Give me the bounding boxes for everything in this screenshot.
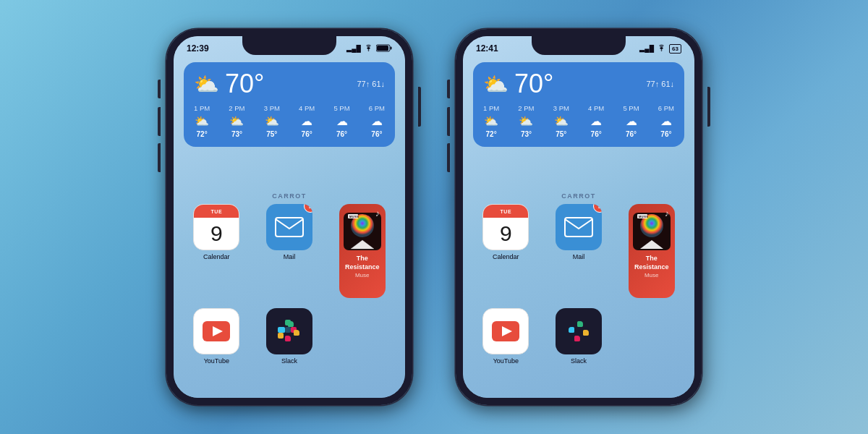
music-artist-right: Muse — [634, 272, 669, 278]
weather-hour-4pm-left: 4 PM ☁ 76° — [299, 104, 315, 138]
calendar-app-right[interactable]: TUE 9 Calendar — [473, 204, 539, 298]
svg-rect-28 — [285, 339, 291, 341]
battery-icon-left — [376, 44, 392, 54]
svg-text:MUSE: MUSE — [349, 215, 359, 218]
weather-sun-icon-right: ⛅ — [483, 72, 509, 96]
svg-rect-42 — [577, 324, 583, 327]
weather-hourly-left: 1 PM ⛅ 72° 2 PM ⛅ 73° 3 PM ⛅ 75° — [194, 104, 385, 138]
phone-right: 12:41 ▂▄█ 63 ⛅ 70° 77↑ 61↓ — [456, 29, 702, 405]
hour-icon: ⛅ — [229, 114, 244, 128]
hour-label: 4 PM — [299, 104, 315, 112]
hour-temp: 75° — [266, 130, 277, 138]
calendar-icon-left: TUE 9 — [193, 204, 239, 250]
slack-app-right[interactable]: Slack — [546, 308, 612, 365]
mail-app-left[interactable]: 9 Mail — [257, 204, 323, 298]
svg-rect-1 — [391, 46, 392, 49]
signal-icon-right: ▂▄█ — [639, 45, 654, 52]
hour-label: 3 PM — [553, 104, 569, 112]
weather-hour-1pm-right: 1 PM ⛅ 72° — [483, 104, 499, 138]
hour-label: 2 PM — [518, 104, 534, 112]
mail-app-right[interactable]: 9 Mail — [546, 204, 612, 298]
hour-icon: ⛅ — [484, 114, 498, 128]
youtube-label-left: YouTube — [204, 357, 229, 365]
calendar-label-right: Calendar — [493, 253, 519, 260]
mail-label-left: Mail — [284, 253, 296, 260]
hour-icon: ☁ — [626, 114, 637, 128]
status-icons-right: ▂▄█ 63 — [639, 44, 681, 54]
mail-envelope-icon-left — [275, 217, 304, 237]
mail-badge-left: 9 — [304, 204, 312, 213]
signal-icon-left: ▂▄█ — [346, 45, 361, 52]
music-widget-app-right[interactable]: ♪ — [618, 204, 684, 298]
weather-top-left: ⛅ 70° 77↑ 61↓ — [194, 71, 385, 97]
weather-widget-right[interactable]: ⛅ 70° 77↑ 61↓ 1 PM ⛅ 72° 2 PM ⛅ 73° — [473, 62, 684, 147]
music-info-left: The Resistance Muse — [345, 255, 380, 278]
weather-hour-3pm-right: 3 PM ⛅ 75° — [553, 104, 569, 138]
youtube-label-right: YouTube — [493, 357, 519, 365]
slack-label-right: Slack — [571, 357, 587, 365]
mail-icon-right: 9 — [556, 204, 602, 250]
hour-temp: 76° — [336, 130, 347, 138]
mute-button-left — [158, 80, 161, 98]
hour-label: 6 PM — [658, 104, 674, 112]
svg-text:MUSE: MUSE — [639, 215, 649, 218]
hour-temp: 76° — [660, 130, 671, 138]
weather-hourly-right: 1 PM ⛅ 72° 2 PM ⛅ 73° 3 PM ⛅ 75° — [483, 104, 674, 138]
hour-temp: 76° — [302, 130, 312, 138]
music-artist-left: Muse — [345, 272, 380, 278]
hour-icon: ⛅ — [519, 114, 533, 128]
status-icons-left: ▂▄█ — [346, 44, 392, 54]
weather-hour-4pm-right: 4 PM ☁ 76° — [588, 104, 604, 138]
weather-hour-2pm-left: 2 PM ⛅ 73° — [229, 104, 244, 138]
phone-screen-right: 12:41 ▂▄█ 63 ⛅ 70° 77↑ 61↓ — [463, 36, 694, 398]
slack-logo-icon-right — [564, 317, 593, 346]
app-grid-right: TUE 9 Calendar 9 Mail — [473, 204, 684, 365]
weather-temp-right: 70° — [514, 71, 553, 97]
svg-rect-45 — [583, 333, 589, 336]
calendar-date-right: 9 — [500, 218, 512, 250]
youtube-app-right[interactable]: YouTube — [473, 308, 539, 365]
weather-hour-5pm-left: 5 PM ☁ 76° — [333, 104, 349, 138]
hour-icon: ⛅ — [195, 114, 209, 128]
hour-icon: ☁ — [590, 114, 602, 128]
weather-widget-left[interactable]: ⛅ 70° 77↑ 61↓ 1 PM ⛅ 72° 2 PM ⛅ 73° — [184, 62, 395, 147]
svg-rect-19 — [279, 330, 285, 333]
volume-up-button-right — [447, 107, 450, 136]
music-widget-app-left[interactable]: ♪ — [329, 204, 395, 298]
music-info-right: The Resistance Muse — [634, 255, 669, 278]
svg-rect-29 — [565, 218, 592, 237]
calendar-day-right: TUE — [483, 205, 528, 218]
hour-temp: 76° — [591, 130, 602, 138]
weather-hour-6pm-right: 6 PM ☁ 76° — [658, 104, 674, 138]
youtube-app-left[interactable]: YouTube — [184, 308, 250, 365]
youtube-icon-left — [193, 308, 239, 354]
phone-frame-left: 12:39 ▂▄█ ⛅ 70° — [166, 29, 412, 405]
hour-temp: 72° — [197, 130, 208, 138]
svg-rect-14 — [278, 333, 284, 339]
calendar-app-left[interactable]: TUE 9 Calendar — [184, 204, 250, 298]
mail-envelope-icon-right — [564, 217, 593, 237]
music-title-left: The Resistance — [345, 255, 380, 271]
hour-temp: 75° — [556, 130, 566, 138]
music-note-icon-left: ♪ — [375, 208, 380, 218]
slack-icon-right — [556, 308, 602, 354]
hour-icon: ⛅ — [554, 114, 569, 128]
calendar-icon-right: TUE 9 — [482, 204, 529, 250]
app-grid-left: TUE 9 Calendar 9 Mail — [184, 204, 395, 365]
slack-label-left: Slack — [281, 357, 297, 365]
calendar-day-left: TUE — [194, 205, 239, 218]
hour-temp: 76° — [371, 130, 382, 138]
weather-temp-row-left: ⛅ 70° — [194, 71, 264, 97]
weather-hour-1pm-left: 1 PM ⛅ 72° — [194, 104, 210, 138]
weather-hour-3pm-left: 3 PM ⛅ 75° — [264, 104, 280, 138]
notch-right — [532, 36, 626, 55]
slack-app-left[interactable]: Slack — [257, 308, 323, 365]
weather-temp-row-right: ⛅ 70° — [483, 71, 553, 97]
battery-percent-right: 63 — [669, 44, 681, 54]
hour-label: 5 PM — [623, 104, 639, 112]
svg-rect-2 — [377, 46, 388, 51]
hour-icon: ☁ — [336, 114, 348, 128]
hour-label: 2 PM — [229, 104, 244, 112]
time-right: 12:41 — [476, 43, 498, 54]
youtube-icon-right — [482, 308, 529, 354]
